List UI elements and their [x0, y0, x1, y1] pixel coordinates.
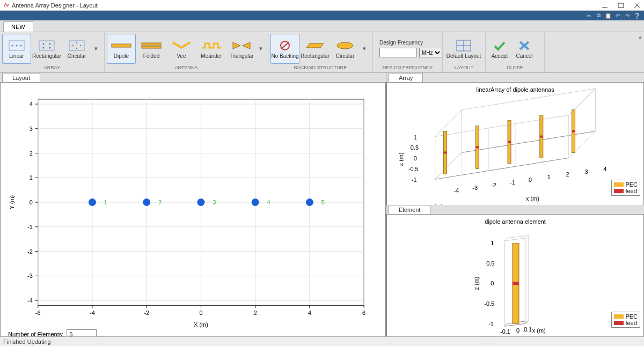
- antenna-folded-icon: [140, 38, 163, 53]
- svg-text:2: 2: [30, 150, 33, 157]
- status-text: Finished Updating: [3, 338, 51, 345]
- antenna-dipole-button[interactable]: Dipole: [107, 34, 136, 64]
- svg-text:1: 1: [104, 199, 107, 205]
- ribbon-group-array: ARRAY: [0, 65, 104, 72]
- antenna-dropdown-icon[interactable]: ▾: [257, 34, 265, 64]
- default-layout-button[interactable]: Default Layout: [445, 34, 482, 64]
- ribbon-tab-new[interactable]: NEW: [3, 21, 33, 32]
- qab-cut-icon[interactable]: ✂: [585, 12, 592, 19]
- array-legend: PEC feed: [611, 180, 640, 196]
- cancel-label: Cancel: [516, 53, 532, 59]
- svg-marker-133: [504, 235, 529, 240]
- default-layout-icon: [456, 38, 471, 53]
- array-linear-button[interactable]: Linear: [2, 34, 31, 64]
- element-tab[interactable]: Element: [389, 205, 430, 214]
- svg-rect-8: [39, 41, 54, 50]
- array-circular-button[interactable]: Circular: [62, 34, 91, 64]
- ribbon-collapse-icon[interactable]: ▴: [639, 33, 642, 40]
- svg-text:z (m): z (m): [473, 276, 480, 290]
- array-circular-label: Circular: [68, 53, 86, 59]
- antenna-meander-button[interactable]: Meander: [197, 34, 226, 64]
- backing-rectangular-label: Rectangular: [301, 53, 330, 59]
- number-of-elements-input[interactable]: [67, 329, 97, 336]
- backing-circular-icon: [334, 38, 356, 53]
- array-dropdown-icon[interactable]: ▾: [92, 34, 100, 64]
- antenna-meander-icon: [200, 38, 223, 53]
- svg-text:-1: -1: [412, 176, 417, 183]
- svg-point-17: [72, 45, 74, 46]
- antenna-triangular-icon: [230, 38, 253, 53]
- svg-point-5: [12, 45, 13, 47]
- accept-label: Accept: [492, 53, 508, 59]
- window-title: Antenna Array Designer - Layout: [12, 2, 601, 9]
- svg-marker-25: [306, 43, 324, 48]
- svg-text:x (m): x (m): [532, 327, 546, 334]
- array-rectangular-icon: [39, 38, 55, 53]
- array-circular-icon: [69, 38, 85, 53]
- maximize-button[interactable]: [617, 2, 625, 9]
- qab-paste-icon[interactable]: 📋: [604, 12, 612, 19]
- backing-none-button[interactable]: No Backing: [270, 34, 299, 64]
- antenna-dipole-label: Dipole: [114, 53, 129, 59]
- close-button[interactable]: [633, 2, 641, 9]
- qab-copy-icon[interactable]: ⧉: [595, 12, 602, 19]
- svg-point-6: [16, 45, 18, 47]
- array-rectangular-label: Rectangular: [32, 53, 61, 59]
- design-frequency-input[interactable]: [379, 48, 417, 57]
- array-tab[interactable]: Array: [389, 73, 423, 82]
- svg-text:-1: -1: [510, 179, 515, 186]
- svg-text:0: 0: [30, 199, 33, 205]
- svg-text:2: 2: [158, 199, 162, 205]
- svg-text:linearArray of dipole antennas: linearArray of dipole antennas: [476, 86, 554, 93]
- ribbon-group-close: CLOSE: [486, 65, 544, 72]
- svg-rect-1: [618, 3, 624, 8]
- array-rectangular-button[interactable]: Rectangular: [32, 34, 61, 64]
- accept-button[interactable]: Accept: [488, 34, 511, 64]
- svg-point-85: [197, 198, 204, 206]
- svg-marker-22: [243, 42, 250, 49]
- svg-text:1: 1: [30, 174, 33, 181]
- svg-point-9: [43, 43, 45, 45]
- number-of-elements-label: Number of Elements:: [8, 331, 63, 336]
- qab-undo-icon[interactable]: ↶: [614, 12, 621, 19]
- backing-dropdown-icon[interactable]: ▾: [361, 34, 368, 64]
- backing-rectangular-button[interactable]: Rectangular: [301, 34, 330, 64]
- antenna-triangular-button[interactable]: Triangular: [227, 34, 256, 64]
- svg-text:-1: -1: [488, 321, 494, 327]
- svg-rect-107: [475, 146, 479, 149]
- cancel-button[interactable]: Cancel: [513, 34, 536, 64]
- qab-help-icon[interactable]: ❔: [633, 12, 641, 19]
- svg-point-89: [306, 198, 313, 206]
- svg-text:X (m): X (m): [194, 321, 208, 328]
- array-plot: linearArray of dipole antennas: [386, 82, 644, 205]
- antenna-folded-button[interactable]: Folded: [137, 34, 166, 64]
- svg-text:x (m): x (m): [526, 195, 539, 202]
- svg-text:Y (m): Y (m): [9, 195, 15, 210]
- element-legend: PEC feed: [611, 312, 640, 328]
- svg-rect-138: [513, 282, 519, 285]
- svg-point-16: [76, 48, 77, 49]
- design-frequency-unit-select[interactable]: MHz: [419, 48, 442, 57]
- svg-text:-3: -3: [27, 273, 33, 279]
- svg-rect-19: [142, 43, 161, 45]
- svg-text:y (m): y (m): [478, 335, 491, 336]
- svg-text:-0.5: -0.5: [484, 300, 494, 307]
- antenna-vee-button[interactable]: Vee: [167, 34, 196, 64]
- svg-text:2: 2: [254, 310, 257, 316]
- svg-point-81: [89, 198, 96, 206]
- minimize-button[interactable]: [601, 2, 609, 9]
- antenna-folded-label: Folded: [143, 53, 160, 59]
- svg-text:0.5: 0.5: [486, 260, 494, 266]
- svg-text:3: 3: [584, 168, 588, 175]
- svg-text:4: 4: [603, 166, 606, 172]
- accept-icon: [493, 38, 506, 53]
- backing-circular-button[interactable]: Circular: [331, 34, 360, 64]
- ribbon-group-antenna: ANTENNA: [105, 65, 268, 72]
- backing-none-label: No Backing: [271, 53, 298, 59]
- svg-text:6: 6: [362, 310, 365, 316]
- layout-tab[interactable]: Layout: [2, 73, 40, 82]
- cancel-icon: [518, 38, 530, 53]
- svg-text:4: 4: [308, 310, 311, 316]
- qab-redo-icon[interactable]: ↷: [624, 12, 631, 19]
- antenna-dipole-icon: [109, 38, 133, 53]
